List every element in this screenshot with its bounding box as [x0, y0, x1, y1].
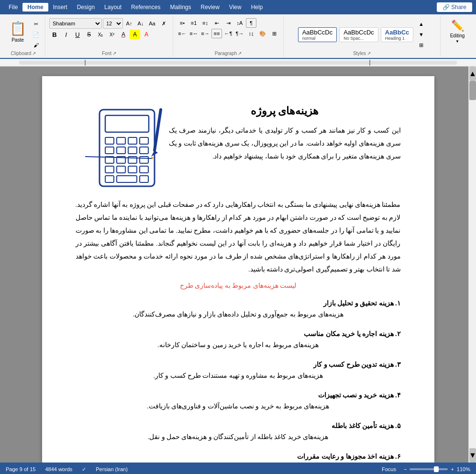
- bullets-button[interactable]: ≡•: [177, 18, 188, 28]
- focus-label[interactable]: Focus: [382, 466, 396, 472]
- line-spacing-button[interactable]: ↕↨: [246, 29, 256, 38]
- editing-group: ✏️ Editing ▼ x: [441, 16, 474, 57]
- scrollbar[interactable]: ▲ ▼: [468, 67, 476, 463]
- sort-button[interactable]: ↕A: [234, 18, 245, 28]
- show-marks-button[interactable]: ¶: [246, 18, 256, 28]
- document-area[interactable]: هزینه‌های پروژه این کسب و کار نیز همانند…: [0, 67, 476, 463]
- para-row1: ≡• ≡1 ≡↕ ⇤ ⇥ ↕A ¶: [177, 18, 279, 28]
- cut-button[interactable]: ✂: [31, 19, 41, 29]
- doc-section-2: ۲. هزینه اجاره یا خرید مکان مناسب هزینه‌…: [76, 330, 401, 351]
- decrease-indent-button[interactable]: ⇤: [211, 18, 222, 28]
- svg-rect-5: [140, 137, 148, 144]
- italic-button[interactable]: I: [61, 30, 71, 39]
- style-normal[interactable]: AaBbCcDc normal: [298, 27, 337, 42]
- menu-layout[interactable]: Layout: [100, 3, 126, 11]
- copy-button[interactable]: 📄: [31, 30, 41, 39]
- font-expand-icon[interactable]: ↗: [112, 51, 116, 56]
- clear-format-button[interactable]: ✗: [158, 19, 169, 28]
- align-center-button[interactable]: ≡↔: [188, 29, 199, 38]
- menu-insert[interactable]: Insert: [48, 3, 72, 11]
- document-page[interactable]: هزینه‌های پروژه این کسب و کار نیز همانند…: [42, 76, 434, 463]
- scroll-down-button[interactable]: ▼: [469, 448, 476, 463]
- menu-bar: File Home Insert Design Layout Reference…: [0, 0, 476, 14]
- section-5-desc: هزینه‌های خرید کاغذ باطله از تأمین‌کنندگ…: [76, 432, 401, 443]
- format-painter-button[interactable]: 🖌: [31, 40, 41, 50]
- font-size-select[interactable]: 12: [103, 18, 123, 29]
- zoom-out-button[interactable]: −: [404, 466, 407, 472]
- doc-link[interactable]: لیست هزینه‌های مربوط به پیاده‌سازی طرح: [76, 282, 401, 290]
- menu-help[interactable]: Help: [246, 3, 268, 11]
- menu-view[interactable]: View: [224, 3, 246, 11]
- strikethrough-button[interactable]: S: [84, 30, 94, 39]
- font-name-select[interactable]: Shabnam: [49, 18, 102, 29]
- decrease-font-button[interactable]: A↓: [135, 19, 146, 28]
- section-4-title: ۴. هزینه خرید و نصب تجهیزات: [76, 391, 401, 399]
- menu-references[interactable]: References: [126, 3, 165, 11]
- rtl-button[interactable]: ←¶: [223, 29, 233, 38]
- zoom-control: − + 110%: [404, 466, 470, 472]
- font-color-button[interactable]: A: [118, 30, 129, 39]
- clipboard-expand-icon[interactable]: ↗: [32, 51, 36, 56]
- font-color2-button[interactable]: A: [141, 30, 152, 39]
- style-nospace-preview: AaBbCcDc: [343, 29, 374, 36]
- bold-button[interactable]: B: [49, 30, 60, 39]
- document-content[interactable]: هزینه‌های پروژه این کسب و کار نیز همانند…: [76, 105, 401, 463]
- zoom-thumb[interactable]: [434, 466, 439, 472]
- superscript-button[interactable]: X²: [107, 30, 117, 39]
- section-2-title: ۲. هزینه اجاره یا خرید مکان مناسب: [76, 330, 401, 338]
- ruler: [0, 59, 476, 67]
- styles-down-button[interactable]: ▼: [416, 30, 426, 39]
- paste-label: Paste: [11, 37, 24, 43]
- align-left-button[interactable]: ≡←: [177, 29, 188, 38]
- styles-content: AaBbCcDc normal AaBbCcDc No Spac... AaBb…: [298, 17, 427, 50]
- menu-file[interactable]: File: [4, 3, 22, 11]
- numbering-button[interactable]: ≡1: [188, 18, 199, 28]
- change-case-button[interactable]: Aa: [147, 19, 157, 28]
- doc-intro2: مطمئنا هزینه‌های نهایی پیشنهادی ما بستگی…: [76, 198, 401, 276]
- svg-rect-2: [105, 137, 114, 144]
- menu-home[interactable]: Home: [22, 3, 48, 11]
- paragraph-label: Paragraph ↗: [215, 50, 242, 56]
- paste-button[interactable]: 📋 Paste: [6, 19, 30, 44]
- styles-list: AaBbCcDc normal AaBbCcDc No Spac... AaBb…: [298, 27, 414, 43]
- spell-check-icon[interactable]: ✓: [82, 466, 86, 473]
- underline-button[interactable]: U: [72, 30, 83, 39]
- language: Persian (Iran): [96, 466, 128, 472]
- menu-review[interactable]: Review: [196, 3, 224, 11]
- styles-more-button[interactable]: ⊞: [416, 40, 426, 50]
- highlight-button[interactable]: A: [130, 30, 140, 39]
- doc-section-3: ۳. هزینه تدوین طرح کسب و کار هزینه‌های م…: [76, 361, 401, 382]
- styles-expand-icon[interactable]: ↗: [367, 51, 371, 56]
- svg-rect-1: [105, 115, 149, 132]
- subscript-button[interactable]: X₂: [95, 30, 106, 39]
- share-button[interactable]: 🔗 Share: [437, 2, 472, 12]
- multilevel-button[interactable]: ≡↕: [200, 18, 210, 28]
- scroll-up-button[interactable]: ▲: [469, 67, 476, 81]
- increase-indent-button[interactable]: ⇥: [223, 18, 233, 28]
- paragraph-expand-icon[interactable]: ↗: [238, 51, 242, 56]
- style-no-space[interactable]: AaBbCcDc No Spac...: [339, 27, 378, 42]
- svg-rect-18: [105, 176, 114, 182]
- shading-button[interactable]: 🎨: [257, 29, 268, 38]
- editing-icon: ✏️: [451, 20, 464, 32]
- ltr-button[interactable]: ¶→: [234, 29, 245, 38]
- justify-button[interactable]: ≡≡: [211, 29, 222, 38]
- zoom-in-button[interactable]: +: [451, 466, 454, 472]
- align-right-button[interactable]: ≡→: [200, 29, 210, 38]
- zoom-percent: 110%: [457, 466, 470, 472]
- borders-button[interactable]: ⊞: [269, 29, 279, 38]
- clipboard-label: Clipboard ↗: [11, 50, 36, 56]
- svg-rect-17: [140, 166, 148, 173]
- editing-button[interactable]: ✏️ Editing ▼: [444, 19, 470, 44]
- zoom-slider[interactable]: [410, 468, 448, 470]
- section-6-title: ۶. هزینه اخذ مجوزها و رعایت مقررات: [76, 452, 401, 461]
- styles-up-button[interactable]: ▲: [416, 19, 426, 29]
- style-heading1[interactable]: AaBbCc Heading 1: [381, 27, 414, 42]
- svg-rect-9: [140, 147, 148, 154]
- paragraph-group: ≡• ≡1 ≡↕ ⇤ ⇥ ↕A ¶ ≡← ≡↔ ≡→ ≡≡ ←¶ ¶→ ↕↨ 🎨…: [173, 16, 284, 57]
- increase-font-button[interactable]: A↑: [124, 19, 134, 28]
- menu-design[interactable]: Design: [72, 3, 100, 11]
- style-nospace-label: No Spac...: [343, 36, 374, 41]
- menu-mailings[interactable]: Mailings: [165, 3, 196, 11]
- scroll-thumb[interactable]: [469, 81, 476, 100]
